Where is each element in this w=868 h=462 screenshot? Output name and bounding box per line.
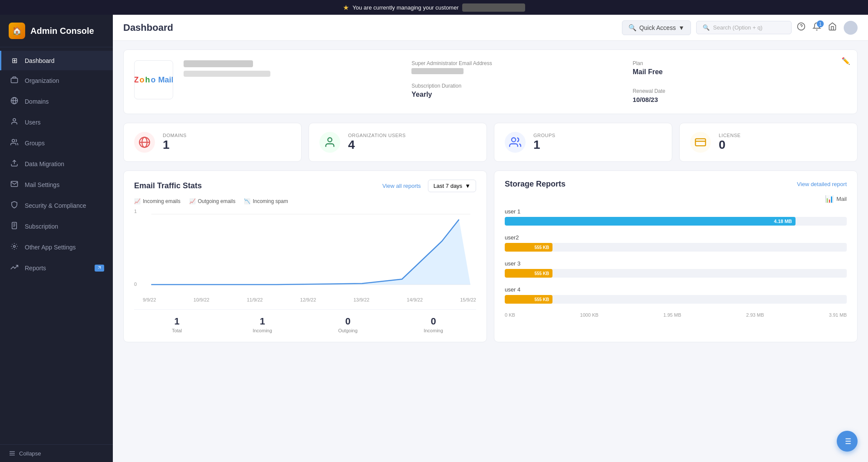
home-button[interactable] [828, 22, 837, 33]
storage-user4-label: user 4 [505, 286, 847, 293]
renewal-date: 10/08/23 [633, 96, 847, 103]
chart-svg [134, 209, 476, 295]
help-button[interactable] [797, 22, 806, 33]
groups-icon [10, 138, 19, 148]
storage-title: Storage Reports [505, 180, 797, 189]
stat-card-license[interactable]: LICENSE 0 [679, 123, 858, 162]
chart-stat-outgoing-label: Outgoing [305, 328, 391, 333]
org-info [184, 60, 401, 77]
chart-stat-incoming-num: 1 [220, 316, 305, 327]
sidebar-item-mail-settings[interactable]: Mail Settings [0, 174, 113, 195]
license-stat-text: LICENSE 0 [719, 133, 741, 152]
zoho-o2: o [151, 75, 156, 85]
domains-stat-label: DOMAINS [163, 133, 187, 138]
legend-item-spam: 📉 Incoming spam [244, 198, 288, 204]
subscription-section: Subscription Duration Yearly [411, 83, 625, 103]
customer-name-blur: ██████████████ [462, 3, 525, 12]
org-name-blurred [184, 60, 253, 67]
sidebar-item-subscription[interactable]: Subscription [0, 216, 113, 237]
search-box[interactable]: 🔍 Search (Option + q) [696, 21, 792, 34]
users-icon [10, 118, 19, 127]
period-select[interactable]: Last 7 days ▼ [428, 180, 476, 192]
collapse-label: Collapse [19, 450, 41, 457]
storage-user-row-1: user 1 4.18 MB [505, 208, 847, 226]
chart-stat-total: 1 Total [134, 316, 220, 333]
sidebar-item-groups[interactable]: Groups [0, 133, 113, 154]
storage-card-header: Storage Reports View detailed report [505, 180, 847, 189]
stat-card-domains[interactable]: DOMAINS 1 [123, 123, 302, 162]
zoho-h: h [145, 75, 150, 85]
user-avatar[interactable] [844, 21, 858, 35]
notification-badge: 1 [817, 20, 824, 27]
svg-point-20 [328, 138, 332, 142]
storage-mail-label: Mail [836, 196, 847, 202]
header: Dashboard 🔍 Quick Access ▼ 🔍 Search (Opt… [113, 15, 868, 41]
sidebar-item-organization[interactable]: Organization [0, 70, 113, 91]
sidebar-item-label: Domains [25, 98, 104, 105]
groups-stat-label: GROUPS [533, 133, 556, 138]
sidebar-item-data-migration[interactable]: Data Migration [0, 154, 113, 174]
legend-spam-label: Incoming spam [253, 198, 288, 204]
chart-stat-incoming: 1 Incoming [220, 316, 305, 333]
period-select-label: Last 7 days [434, 183, 463, 189]
plan-label: Plan [633, 60, 847, 66]
license-stat-label: LICENSE [719, 133, 741, 138]
data-migration-icon [10, 159, 19, 169]
renewal-label: Renewal Date [633, 88, 847, 94]
storage-user2-label: user2 [505, 234, 847, 241]
storage-user1-label: user 1 [505, 208, 847, 215]
sidebar-logo: 🏠 Admin Console [0, 15, 113, 47]
floating-action-button[interactable] [837, 431, 858, 452]
chart-stat-outgoing-num: 0 [305, 316, 391, 327]
sidebar-item-other-app-settings[interactable]: Other App Settings [0, 237, 113, 258]
chart-stats: 1 Total 1 Incoming 0 Outgoing 0 [134, 309, 476, 333]
domains-stat-text: DOMAINS 1 [163, 133, 187, 152]
main-content: Dashboard 🔍 Quick Access ▼ 🔍 Search (Opt… [113, 15, 868, 462]
groups-stat-num: 1 [533, 138, 556, 152]
sidebar-item-label: Security & Compliance [25, 202, 104, 209]
sidebar-collapse-button[interactable]: Collapse [0, 444, 113, 462]
sidebar-item-label: Mail Settings [25, 181, 104, 188]
subscription-label: Subscription Duration [411, 83, 625, 89]
sidebar-item-reports[interactable]: Reports [0, 258, 113, 279]
sidebar-logo-text: Admin Console [30, 26, 94, 36]
legend-incoming-label: Incoming emails [143, 198, 181, 204]
stat-card-groups[interactable]: GROUPS 1 [494, 123, 672, 162]
chart-legend: 📈 Incoming emails 📈 Outgoing emails 📉 In… [134, 198, 476, 204]
stat-card-org-users[interactable]: ORGANIZATION USERS 4 [309, 123, 487, 162]
org-logo: Zoho Mail [134, 60, 173, 99]
notifications-button[interactable]: 1 [812, 22, 821, 33]
banner-text: You are currently managing your customer [352, 4, 458, 11]
view-detailed-report-link[interactable]: View detailed report [797, 181, 847, 187]
sidebar-item-users[interactable]: Users [0, 112, 113, 133]
plan-section: Plan Mail Free [633, 60, 847, 76]
legend-item-incoming: 📈 Incoming emails [134, 198, 181, 204]
chart-y-labels: 1 0 [134, 209, 137, 295]
header-icons: 1 [797, 21, 858, 35]
edit-button[interactable]: ✏️ [842, 57, 850, 65]
quick-access-button[interactable]: 🔍 Quick Access ▼ [622, 20, 691, 35]
zoho-z: Z [134, 75, 139, 85]
dashboard-icon: ⊞ [10, 56, 19, 65]
view-all-reports-link[interactable]: View all reports [382, 183, 421, 189]
zoho-mail-logo: Zoho Mail [134, 75, 173, 85]
sidebar-item-security[interactable]: Security & Compliance [0, 195, 113, 216]
storage-user-row-2: user2 555 KB [505, 234, 847, 252]
svg-point-4 [13, 118, 16, 121]
legend-incoming-icon: 📈 [134, 198, 141, 204]
chart-stat-total-num: 1 [134, 316, 220, 327]
super-admin-section: Super Administrator Email Address [411, 60, 625, 76]
sidebar-item-label: Dashboard [25, 57, 104, 64]
storage-bar-track-1: 4.18 MB [505, 217, 847, 226]
renewal-section: Renewal Date 10/08/23 [633, 83, 847, 103]
organization-icon [10, 76, 19, 85]
chart-stat-incoming-spam-num: 0 [391, 316, 476, 327]
logo-icon: 🏠 [9, 23, 25, 39]
sidebar-item-dashboard[interactable]: ⊞ Dashboard [0, 51, 113, 70]
chevron-down-icon: ▼ [465, 183, 470, 189]
chart-card-header: Email Traffic Stats View all reports Las… [134, 180, 476, 192]
storage-card: Storage Reports View detailed report 📊 M… [494, 170, 858, 342]
email-traffic-card: Email Traffic Stats View all reports Las… [123, 170, 487, 342]
sidebar-item-domains[interactable]: Domains [0, 91, 113, 112]
storage-bar-fill-2: 555 KB [505, 243, 552, 252]
